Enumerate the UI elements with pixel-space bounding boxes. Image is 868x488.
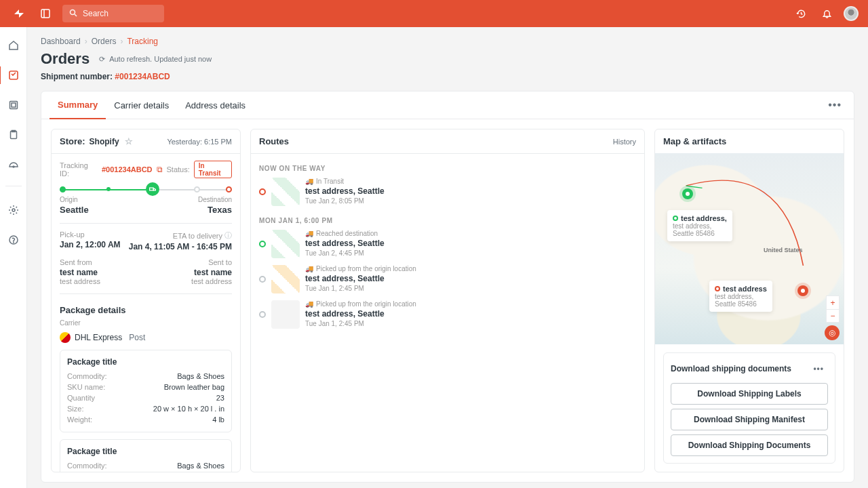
sent-to-label: Sent to — [191, 258, 232, 266]
map-tooltip-origin: test address, test address, Seattle 8548… — [667, 210, 732, 241]
eta-value: Jan 4, 11:05 AM - 16:45 PM — [129, 242, 232, 251]
routes-history-link[interactable]: History — [613, 138, 636, 146]
crumb-orders[interactable]: Orders — [92, 37, 117, 46]
sent-from-name: test name — [60, 268, 100, 277]
shipment-label: Shipment number: — [41, 72, 113, 81]
carrier-service: Post — [129, 333, 145, 342]
routes-card: Routes History NOW ON THE WAY 🚚In Transi… — [250, 129, 645, 472]
info-icon[interactable]: ⓘ — [224, 230, 232, 241]
nav-help-icon[interactable] — [0, 231, 27, 249]
svg-rect-5 — [9, 102, 17, 109]
left-nav — [0, 27, 27, 488]
page-title: Orders — [41, 50, 90, 68]
brand-logo-icon[interactable] — [9, 8, 28, 19]
route-section-now: NOW ON THE WAY — [259, 165, 636, 172]
download-documents-button[interactable]: Download Shipping Documents — [671, 434, 828, 456]
truck-icon: 🚚 — [305, 300, 313, 308]
pickup-label: Pick-up — [60, 230, 121, 239]
package-details-heading: Package details — [60, 305, 232, 315]
copy-icon[interactable]: ⧉ — [157, 165, 163, 174]
shipment-number: #001234ABCD — [115, 72, 170, 81]
map-card: Map & artifacts United States test addre… — [654, 129, 844, 472]
pickup-value: Jan 2, 12:00 AM — [60, 240, 121, 249]
eta-label: ETA to delivery — [173, 232, 222, 240]
nav-settings-icon[interactable] — [0, 201, 27, 219]
crumb-dashboard[interactable]: Dashboard — [41, 37, 81, 46]
star-icon[interactable]: ☆ — [125, 136, 133, 146]
route-item: 🚚Picked up from the origin location test… — [259, 265, 636, 300]
sent-from-addr: test address — [60, 277, 100, 285]
nav-catalog-icon[interactable] — [0, 96, 27, 114]
package-card: Package title Commodity:Bags & Shoes SKU… — [60, 439, 232, 472]
global-search[interactable] — [62, 5, 164, 22]
crumb-current: Tracking — [127, 37, 158, 46]
nav-clipboard-icon[interactable] — [0, 126, 27, 144]
package-card: Package title Commodity:Bags & Shoes SKU… — [60, 350, 232, 432]
tracking-id: #001234ABCD — [102, 165, 153, 174]
map-country-label: United States — [764, 247, 803, 253]
store-label: Store: — [60, 136, 85, 146]
sent-from-label: Sent from — [60, 258, 100, 266]
svg-rect-13 — [150, 188, 154, 190]
map-origin-pin-icon[interactable] — [682, 188, 693, 199]
truck-icon: 🚚 — [305, 230, 313, 237]
tab-address-details[interactable]: Address details — [177, 92, 254, 119]
tabs: Summary Carrier details Address details … — [41, 92, 854, 119]
search-input[interactable] — [83, 9, 157, 18]
map-tooltip-destination: test address test address, Seattle 85486 — [709, 281, 772, 312]
download-manifest-button[interactable]: Download Shipping Manifest — [671, 409, 828, 430]
tab-carrier-details[interactable]: Carrier details — [106, 92, 177, 119]
map-zoom-out-button[interactable]: − — [826, 309, 840, 323]
nav-widget-icon[interactable] — [0, 156, 27, 174]
store-card: Store: Shopify ☆ Yesterday: 6:15 PM Trac… — [51, 129, 241, 472]
truck-icon: 🚚 — [305, 265, 313, 272]
carrier-label: Carrier — [60, 319, 232, 327]
destination-label: Destination — [198, 196, 232, 203]
store-timestamp: Yesterday: 6:15 PM — [167, 138, 232, 146]
chevron-right-icon: › — [120, 37, 123, 46]
sent-to-name: test name — [191, 268, 232, 277]
status-label: Status: — [167, 165, 190, 174]
downloads-title: Download shipping documents — [671, 364, 791, 373]
origin-city: Seattle — [60, 205, 89, 215]
map-zoom-in-button[interactable]: + — [826, 296, 840, 309]
downloads-more-icon[interactable]: ••• — [809, 360, 828, 378]
more-actions-icon[interactable]: ••• — [824, 95, 846, 115]
svg-rect-6 — [12, 103, 16, 107]
destination-city: Texas — [208, 205, 232, 215]
tab-summary[interactable]: Summary — [50, 92, 106, 119]
route-item: 🚚Picked up from the origin location test… — [259, 300, 636, 336]
tracking-id-label: Tracking ID: — [60, 161, 98, 178]
history-icon[interactable] — [792, 5, 810, 22]
map-zoom-controls: + − — [826, 296, 840, 323]
svg-point-10 — [12, 209, 15, 211]
svg-point-2 — [71, 9, 75, 14]
dhl-logo-icon — [60, 332, 71, 343]
breadcrumb: Dashboard › Orders › Tracking — [41, 37, 854, 46]
refresh-icon: ⟳ — [99, 55, 105, 64]
nav-home-icon[interactable] — [0, 37, 27, 54]
package-title: Package title — [67, 447, 224, 456]
route-section-date: MON JAN 1, 6:00 PM — [259, 217, 636, 224]
bell-icon[interactable] — [818, 5, 835, 22]
status-badge: In Transit — [194, 161, 232, 178]
download-labels-button[interactable]: Download Shipping Labels — [671, 383, 828, 405]
sent-to-addr: test address — [191, 277, 232, 285]
map-canvas[interactable]: United States test address, test address… — [655, 153, 844, 344]
svg-line-3 — [75, 14, 77, 16]
downloads-card: Download shipping documents ••• Download… — [663, 352, 835, 464]
app-header — [0, 0, 868, 27]
map-locate-button[interactable]: ◎ — [825, 325, 840, 340]
user-avatar[interactable] — [844, 6, 859, 21]
origin-label: Origin — [60, 196, 78, 203]
route-item: 🚚In Transit test address, Seattle Tue Ja… — [259, 178, 636, 213]
map-destination-pin-icon[interactable] — [797, 285, 808, 296]
search-icon — [69, 9, 77, 19]
chevron-right-icon: › — [85, 37, 87, 46]
svg-point-12 — [13, 242, 14, 243]
nav-orders-icon[interactable] — [0, 66, 26, 84]
package-title: Package title — [67, 357, 224, 367]
panel-toggle-icon[interactable] — [37, 5, 54, 22]
truck-icon: 🚚 — [305, 178, 313, 185]
carrier-name: DHL Express — [75, 333, 122, 342]
